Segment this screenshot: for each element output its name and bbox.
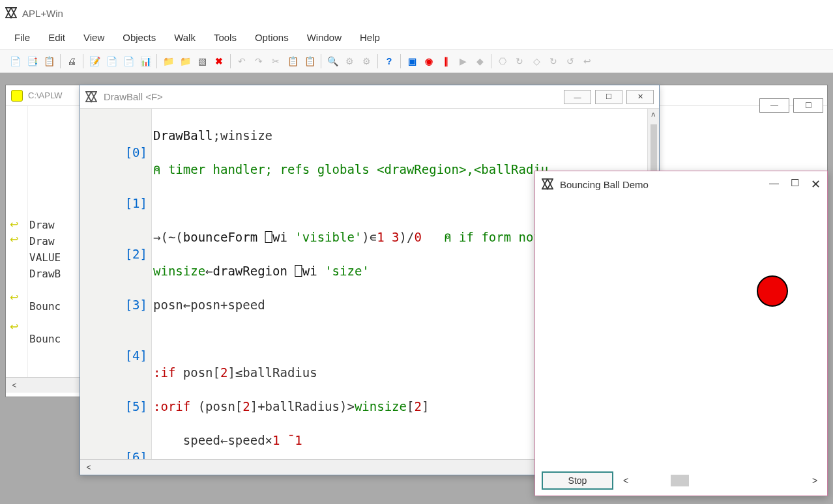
return-icon: ↩ (6, 319, 27, 334)
menu-objects[interactable]: Objects (113, 28, 165, 47)
scroll-up-icon[interactable]: ʌ (648, 110, 659, 119)
tb-icon[interactable]: ↺ (562, 53, 579, 70)
tb-icon[interactable]: ↻ (545, 53, 562, 70)
maximize-button[interactable]: ☐ (793, 98, 823, 113)
session-gutter: ↩ ↩ ↩ ↩ (6, 106, 28, 377)
return-icon (6, 275, 27, 290)
tb-icon[interactable]: 📁 (177, 53, 194, 70)
demo-title-text: Bouncing Ball Demo (560, 179, 649, 190)
tb-icon[interactable]: ◇ (528, 53, 545, 70)
separator (491, 54, 491, 68)
minimize-button[interactable]: — (759, 98, 789, 113)
editor-titlebar[interactable]: DrawBall <F> — ☐ ✕ (80, 85, 659, 109)
app-icon (5, 7, 17, 19)
return-icon (6, 247, 27, 261)
tb-pause-icon[interactable]: ‖ (437, 53, 454, 70)
mdi-area: C:\APLW — ☐ ↩ ↩ ↩ ↩ Draw Draw VALUE Draw… (0, 73, 833, 504)
ball (757, 275, 788, 307)
svg-marker-0 (6, 8, 16, 18)
tb-find-icon[interactable]: 🔍 (324, 53, 341, 70)
scroll-right-icon[interactable]: > (809, 475, 821, 486)
editor-icon (85, 91, 97, 103)
menu-bar: File Edit View Objects Walk Tools Option… (0, 26, 833, 49)
demo-titlebar[interactable]: Bouncing Ball Demo — ☐ ✕ (535, 171, 827, 197)
close-button[interactable]: ✕ (626, 90, 654, 104)
tb-paste-icon[interactable]: 📋 (301, 53, 318, 70)
tb-undo-icon[interactable]: ↶ (233, 53, 250, 70)
tb-icon[interactable]: ⚙ (341, 53, 358, 70)
tb-icon[interactable]: 📄 (120, 53, 137, 70)
menu-help[interactable]: Help (351, 28, 389, 47)
separator (321, 54, 321, 68)
tb-cut-icon[interactable]: ✂ (267, 53, 284, 70)
demo-window[interactable]: Bouncing Ball Demo — ☐ ✕ Stop < > (534, 171, 828, 496)
tb-icon[interactable]: 📋 (40, 53, 57, 70)
return-icon: ↩ (6, 290, 27, 305)
return-icon (6, 305, 27, 319)
tb-icon[interactable]: 📄 (7, 53, 23, 70)
svg-marker-3 (86, 91, 96, 101)
editor-title: DrawBall <F> (104, 91, 163, 102)
menu-edit[interactable]: Edit (39, 28, 74, 47)
tb-print-icon[interactable]: 🖨 (63, 53, 80, 70)
scroll-left-icon[interactable]: < (8, 381, 21, 390)
tb-help-icon[interactable]: ? (381, 53, 398, 70)
scroll-left-icon[interactable]: < (620, 475, 632, 486)
maximize-button[interactable]: ☐ (791, 177, 799, 191)
demo-slider[interactable]: < > (620, 475, 821, 486)
menu-walk[interactable]: Walk (165, 28, 205, 47)
close-button[interactable]: ✕ (811, 177, 821, 191)
tb-play-icon[interactable]: ▶ (454, 53, 471, 70)
return-icon (6, 261, 27, 275)
slider-thumb[interactable] (671, 475, 689, 486)
tb-icon[interactable]: ▧ (194, 53, 211, 70)
tb-icon[interactable]: 📊 (137, 53, 154, 70)
tb-icon[interactable]: ⎔ (494, 53, 511, 70)
return-icon: ↩ (6, 217, 27, 232)
toolbar: 📄 📑 📋 🖨 📝 📄 📄 📊 📁 📁 ▧ ✖ ↶ ↷ ✂ 📋 📋 🔍 ⚙ ⚙ … (0, 49, 833, 73)
separator (60, 54, 61, 68)
demo-canvas (535, 197, 827, 466)
app-title: APL+Win (22, 8, 63, 19)
separator (83, 54, 83, 68)
return-icon: ↩ (6, 232, 27, 247)
minimize-button[interactable]: — (564, 90, 591, 104)
tb-icon[interactable]: 📄 (103, 53, 120, 70)
menu-file[interactable]: File (5, 28, 39, 47)
tb-icon[interactable]: ↩ (579, 53, 596, 70)
minimize-button[interactable]: — (769, 177, 779, 191)
tb-redo-icon[interactable]: ↷ (250, 53, 267, 70)
demo-icon (542, 178, 553, 190)
maximize-button[interactable]: ☐ (595, 90, 622, 104)
line-gutter: [0] [1] [2] [3] [4] [5] [6] −[7] │[8] │[… (80, 109, 152, 459)
tb-icon[interactable]: 📑 (23, 53, 40, 70)
tb-icon[interactable]: ◉ (420, 53, 437, 70)
menu-view[interactable]: View (74, 28, 113, 47)
tb-open-icon[interactable]: 📁 (160, 53, 177, 70)
svg-marker-2 (86, 91, 96, 101)
stop-button[interactable]: Stop (542, 471, 613, 490)
tb-copy-icon[interactable]: 📋 (284, 53, 301, 70)
menu-window[interactable]: Window (298, 28, 351, 47)
tb-icon[interactable]: ▣ (403, 53, 420, 70)
separator (377, 54, 378, 68)
tb-delete-icon[interactable]: ✖ (211, 53, 227, 70)
session-icon (11, 90, 23, 102)
svg-marker-4 (542, 179, 553, 189)
menu-tools[interactable]: Tools (205, 28, 246, 47)
session-text[interactable]: Draw Draw VALUE DrawB Bounc Bounc (28, 106, 61, 377)
separator (230, 54, 231, 68)
separator (156, 54, 157, 68)
svg-marker-5 (542, 179, 553, 189)
svg-marker-1 (6, 8, 16, 18)
tb-icon[interactable]: ↻ (511, 53, 528, 70)
session-path: C:\APLW (28, 91, 63, 100)
tb-icon[interactable]: 📝 (86, 53, 103, 70)
tb-icon[interactable]: ⚙ (358, 53, 375, 70)
tb-icon[interactable]: ◆ (471, 53, 488, 70)
title-bar: APL+Win (0, 0, 833, 26)
menu-options[interactable]: Options (246, 28, 298, 47)
separator (400, 54, 401, 68)
scroll-left-icon[interactable]: < (82, 463, 95, 472)
